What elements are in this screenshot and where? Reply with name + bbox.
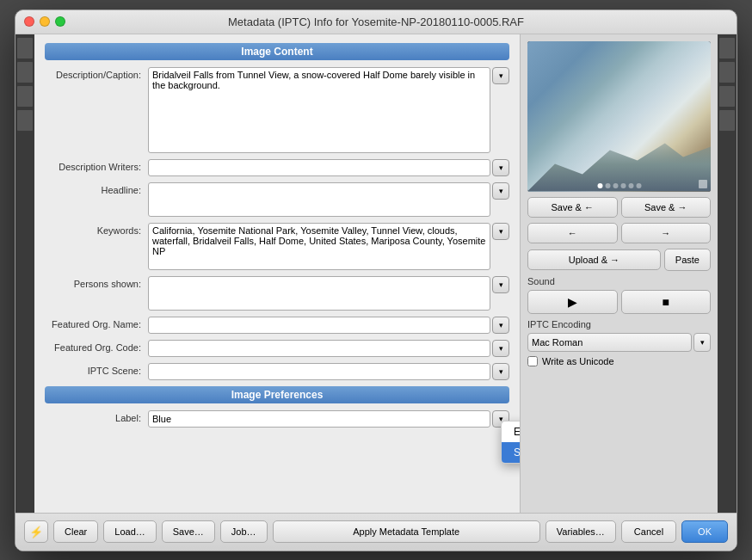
- main-window: Metadata (IPTC) Info for Yosemite-NP-201…: [15, 9, 737, 551]
- label-row: Label: ▾: [45, 410, 509, 428]
- featured-org-code-dropdown[interactable]: ▾: [492, 340, 509, 357]
- paste-button[interactable]: Paste: [664, 249, 711, 271]
- iptc-scene-dropdown[interactable]: ▾: [492, 363, 509, 380]
- description-field-wrap: ▾: [148, 67, 509, 153]
- dot-3: [613, 183, 618, 188]
- arrow-right-button[interactable]: →: [621, 223, 712, 243]
- save-left-button[interactable]: Save & ←: [527, 197, 618, 218]
- unicode-checkbox[interactable]: [527, 356, 538, 366]
- dot-1: [597, 183, 602, 188]
- featured-org-name-input[interactable]: [148, 317, 490, 334]
- thumbnail-area: [527, 41, 711, 192]
- sound-section: Sound ▶ ■: [527, 276, 711, 314]
- sound-label: Sound: [527, 276, 711, 286]
- play-button[interactable]: ▶: [527, 290, 618, 314]
- save-right-button[interactable]: Save & →: [621, 197, 712, 218]
- thumbnail-image: [527, 41, 711, 192]
- iptc-encoding-dropdown[interactable]: ▾: [693, 333, 711, 352]
- persons-wrap: ▾: [148, 276, 509, 311]
- headline-row: Headline: ▾: [45, 182, 509, 217]
- headline-wrap: ▾: [148, 182, 509, 217]
- iptc-encoding-label: IPTC Encoding: [527, 319, 711, 329]
- sidebar-right-thumb: [719, 38, 735, 58]
- sidebar-right-thumb: [719, 86, 735, 107]
- description-writers-wrap: ▾: [148, 159, 509, 176]
- window-controls: [24, 16, 65, 27]
- arrow-left-button[interactable]: ←: [527, 223, 618, 243]
- minimize-button[interactable]: [40, 16, 50, 27]
- image-content-header: Image Content: [45, 43, 509, 60]
- persons-label: Persons shown:: [45, 276, 148, 289]
- stop-button[interactable]: ■: [621, 290, 712, 314]
- form-panel: Image Content Description/Caption: ▾ Des…: [34, 34, 520, 513]
- description-writers-input[interactable]: [148, 159, 490, 176]
- sidebar-thumb: [17, 62, 33, 83]
- featured-org-name-row: Featured Org. Name: ▾: [45, 317, 509, 334]
- apply-template-button[interactable]: Apply Metadata Template: [273, 520, 540, 543]
- featured-org-code-row: Featured Org. Code: ▾: [45, 340, 509, 357]
- dot-6: [636, 183, 641, 188]
- close-button[interactable]: [24, 16, 34, 27]
- dot-4: [620, 183, 626, 188]
- image-preferences-header: Image Preferences: [45, 386, 509, 403]
- dot-5: [628, 183, 633, 188]
- toolbar: ⚡ Clear Load… Save… Job… Apply Metadata …: [15, 513, 737, 551]
- save-button[interactable]: Save…: [162, 520, 215, 543]
- description-row: Description/Caption: ▾: [45, 67, 509, 153]
- featured-org-code-input[interactable]: [148, 340, 490, 357]
- featured-org-name-wrap: ▾: [148, 317, 509, 334]
- clear-button[interactable]: Clear: [53, 520, 98, 543]
- sound-buttons: ▶ ■: [527, 290, 711, 314]
- persons-dropdown[interactable]: ▾: [492, 276, 509, 293]
- sidebar-right: [718, 34, 737, 513]
- upload-paste-row: Upload & → Paste: [527, 249, 711, 271]
- variables-button[interactable]: Variables…: [546, 520, 616, 543]
- sidebar-thumb: [17, 110, 33, 131]
- keywords-label: Keywords:: [45, 223, 148, 236]
- lightning-icon: ⚡: [29, 526, 43, 538]
- load-button[interactable]: Load…: [103, 520, 156, 543]
- headline-dropdown[interactable]: ▾: [492, 182, 509, 200]
- featured-org-code-wrap: ▾: [148, 340, 509, 357]
- structured-keywords-item[interactable]: Structured Keywords...: [502, 442, 520, 463]
- sidebar-right-thumb: [719, 110, 735, 131]
- thumbnail-nav-arrow: [699, 180, 707, 188]
- main-content: Image Content Description/Caption: ▾ Des…: [15, 34, 737, 513]
- featured-org-code-label: Featured Org. Code:: [45, 340, 148, 353]
- unicode-checkbox-label: Write as Unicode: [542, 356, 614, 366]
- cancel-button[interactable]: Cancel: [621, 520, 676, 543]
- arrow-row: ← →: [527, 223, 711, 243]
- description-writers-dropdown[interactable]: ▾: [492, 159, 509, 176]
- maximize-button[interactable]: [55, 16, 65, 27]
- persons-row: Persons shown: ▾: [45, 276, 509, 311]
- sidebar-thumb: [17, 38, 33, 58]
- lightning-button[interactable]: ⚡: [24, 520, 48, 543]
- iptc-encoding-select[interactable]: Mac Roman: [527, 333, 692, 352]
- description-textarea[interactable]: [148, 67, 490, 153]
- edit-keywords-item[interactable]: Edit Keywords...: [502, 422, 520, 442]
- dot-2: [605, 183, 610, 188]
- persons-textarea[interactable]: [148, 276, 490, 311]
- keywords-textarea[interactable]: [148, 223, 490, 270]
- keywords-context-menu: Edit Keywords... Structured Keywords...: [501, 421, 520, 464]
- featured-org-name-dropdown[interactable]: ▾: [492, 317, 509, 334]
- upload-button[interactable]: Upload & →: [527, 249, 661, 270]
- keywords-dropdown-btn[interactable]: ▾: [492, 223, 509, 240]
- job-button[interactable]: Job…: [220, 520, 268, 543]
- sidebar-right-thumb: [719, 62, 735, 83]
- featured-org-name-label: Featured Org. Name:: [45, 317, 148, 329]
- description-writers-label: Description Writers:: [45, 159, 148, 172]
- headline-textarea[interactable]: [148, 182, 490, 217]
- ok-button[interactable]: OK: [681, 520, 728, 543]
- label-wrap: ▾: [148, 410, 509, 428]
- thumbnail-dots: [597, 183, 641, 188]
- iptc-scene-wrap: ▾: [148, 363, 509, 380]
- label-input[interactable]: [148, 410, 490, 428]
- description-dropdown-btn[interactable]: ▾: [492, 67, 509, 84]
- iptc-scene-row: IPTC Scene: ▾: [45, 363, 509, 380]
- headline-label: Headline:: [45, 182, 148, 195]
- iptc-scene-input[interactable]: [148, 363, 490, 380]
- title-bar: Metadata (IPTC) Info for Yosemite-NP-201…: [15, 10, 737, 34]
- right-panel: Save & ← Save & → ← → Upload & → Paste S…: [520, 34, 718, 513]
- keywords-row: Keywords: ▾ Edit Keywords... Structured …: [45, 223, 509, 270]
